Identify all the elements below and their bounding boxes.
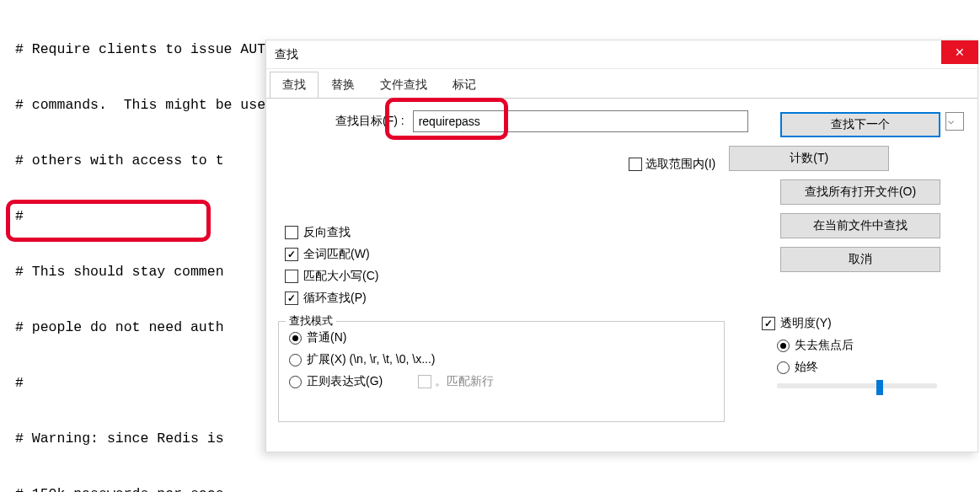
find-dialog: 查找 ✕ 查找 替换 文件查找 标记 查找目标(F) : ⌵ 查找下一个 [265, 40, 978, 452]
match-newline-checkbox [418, 375, 431, 388]
match-newline-label: 。匹配新行 [435, 374, 494, 389]
mode-regex-radio[interactable] [289, 376, 302, 388]
transparency-group: 透明度(Y) 失去焦点后 始终 [762, 316, 956, 388]
find-all-open-button[interactable]: 查找所有打开文件(O) [780, 179, 940, 205]
tab-find[interactable]: 查找 [270, 72, 319, 99]
match-case-label: 匹配大小写(C) [303, 269, 378, 284]
tab-mark[interactable]: 标记 [440, 72, 489, 99]
dialog-tabs: 查找 替换 文件查找 标记 [266, 69, 977, 98]
backward-checkbox[interactable] [285, 226, 298, 239]
whole-word-checkbox[interactable] [285, 248, 298, 261]
wrap-label: 循环查找(P) [303, 291, 367, 306]
backward-option[interactable]: 反向查找 [285, 225, 378, 240]
dialog-titlebar[interactable]: 查找 ✕ [266, 40, 977, 69]
match-case-option[interactable]: 匹配大小写(C) [285, 269, 378, 284]
transparency-slider[interactable] [777, 383, 937, 388]
mode-extended-radio[interactable] [289, 354, 302, 366]
search-mode-group: 查找模式 普通(N) 扩展(X) (\n, \r, \t, \0, \x...)… [278, 318, 725, 422]
mode-normal[interactable]: 普通(N) [289, 330, 714, 345]
count-button[interactable]: 计数(T) [729, 146, 889, 171]
find-next-extra-checkbox[interactable] [945, 112, 964, 131]
whole-word-option[interactable]: 全词匹配(W) [285, 247, 378, 262]
cancel-button[interactable]: 取消 [780, 247, 940, 272]
wrap-option[interactable]: 循环查找(P) [285, 291, 378, 306]
close-icon: ✕ [955, 45, 965, 59]
code-line: # 150k passwords per seco [15, 485, 980, 492]
mode-regex-label: 正则表达式(G) [307, 374, 383, 389]
transparency-label: 透明度(Y) [780, 316, 832, 331]
mode-normal-label: 普通(N) [307, 330, 346, 345]
find-all-current-button[interactable]: 在当前文件中查找 [780, 213, 940, 238]
transparency-always-label: 始终 [795, 360, 818, 375]
find-options: 反向查找 全词匹配(W) 匹配大小写(C) 循环查找(P) [285, 225, 378, 313]
transparency-always[interactable]: 始终 [777, 360, 956, 375]
dialog-body: 查找目标(F) : ⌵ 查找下一个 选取范围内(I) 计数(T) 查找所有打开文… [266, 98, 977, 452]
match-newline-option: 。匹配新行 [418, 374, 494, 389]
find-next-button[interactable]: 查找下一个 [780, 112, 940, 137]
backward-label: 反向查找 [303, 225, 351, 240]
transparency-checkbox[interactable] [762, 317, 775, 330]
slider-thumb[interactable] [876, 380, 883, 395]
find-label: 查找目标(F) : [335, 114, 404, 129]
dialog-buttons: 查找下一个 选取范围内(I) 计数(T) 查找所有打开文件(O) 在当前文件中查… [780, 112, 964, 281]
whole-word-label: 全词匹配(W) [303, 247, 370, 262]
wrap-checkbox[interactable] [285, 291, 298, 305]
match-case-checkbox[interactable] [285, 270, 298, 283]
close-button[interactable]: ✕ [941, 40, 978, 64]
tab-replace[interactable]: 替换 [319, 72, 367, 99]
in-selection-label: 选取范围内(I) [645, 157, 715, 172]
mode-regex[interactable]: 正则表达式(G) 。匹配新行 [289, 374, 714, 389]
mode-extended[interactable]: 扩展(X) (\n, \r, \t, \0, \x...) [289, 352, 714, 367]
transparency-always-radio[interactable] [777, 361, 790, 374]
in-selection-checkbox[interactable] [629, 158, 642, 171]
transparency-onblur-label: 失去焦点后 [795, 338, 854, 353]
in-selection-option[interactable]: 选取范围内(I) [629, 157, 715, 172]
dialog-title: 查找 [275, 47, 941, 62]
transparency-onblur[interactable]: 失去焦点后 [777, 338, 956, 353]
find-input[interactable] [413, 110, 748, 132]
transparency-toggle[interactable]: 透明度(Y) [762, 316, 956, 331]
tab-find-in-files[interactable]: 文件查找 [367, 72, 440, 99]
mode-normal-radio[interactable] [289, 332, 302, 345]
transparency-onblur-radio[interactable] [777, 340, 790, 352]
mode-extended-label: 扩展(X) (\n, \r, \t, \0, \x...) [307, 352, 435, 367]
search-mode-title: 查找模式 [286, 313, 336, 329]
